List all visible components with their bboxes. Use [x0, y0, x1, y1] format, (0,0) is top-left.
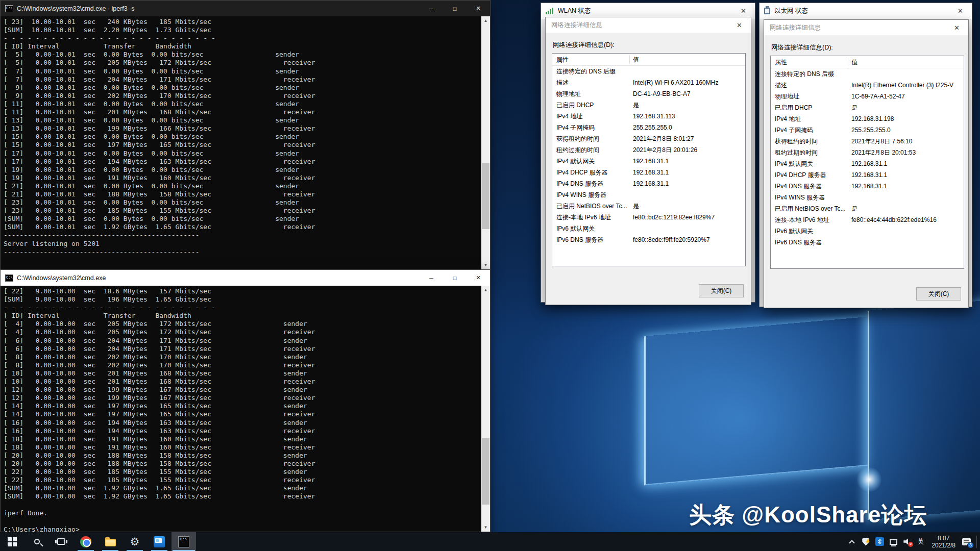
volume-muted-icon[interactable]: ✕ — [902, 532, 912, 551]
detail-row[interactable]: 已启用 NetBIOS over Tc...是 — [552, 201, 745, 212]
scroll-up-icon[interactable]: ▲ — [481, 16, 490, 25]
start-button[interactable] — [0, 532, 24, 551]
scroll-up-icon[interactable]: ▲ — [481, 286, 490, 294]
detail-row[interactable]: 租约过期的时间2021年2月8日 20:01:53 — [771, 147, 964, 158]
ime-indicator[interactable]: 英 — [916, 532, 925, 551]
title-bar[interactable]: 网络连接详细信息 ✕ — [764, 20, 968, 35]
close-button[interactable]: 关闭(C) — [916, 287, 961, 300]
search-button[interactable] — [24, 532, 49, 551]
maximize-button[interactable]: □ — [443, 270, 467, 286]
cmd-icon: C:\ — [5, 274, 13, 282]
network-details-table[interactable]: 属性 值 连接特定的 DNS 后缀描述Intel(R) Ethernet Con… — [770, 56, 964, 269]
value-cell: Intel(R) Wi-Fi 6 AX201 160MHz — [633, 77, 718, 88]
console-output[interactable]: [ 23] 10.00-10.01 sec 240 KBytes 185 Mbi… — [1, 16, 481, 269]
task-view-button[interactable] — [49, 532, 74, 551]
detail-row[interactable]: IPv6 默认网关 — [771, 226, 964, 237]
value-header[interactable]: 值 — [633, 54, 639, 66]
detail-row[interactable]: IPv4 子网掩码255.255.255.0 — [552, 122, 745, 133]
title-bar[interactable]: 以太网 状态 ✕ — [760, 3, 972, 19]
minimize-button[interactable]: ─ — [420, 1, 443, 16]
detail-row[interactable]: 获得租约的时间2021年2月8日 7:56:10 — [771, 136, 964, 147]
detail-row[interactable]: 连接特定的 DNS 后缀 — [771, 68, 964, 80]
property-header[interactable]: 属性 — [775, 56, 787, 68]
detail-row[interactable]: 连接-本地 IPv6 地址fe80::e4c4:44db:622f:ede1%1… — [771, 214, 964, 226]
warning-badge — [866, 539, 870, 543]
detail-row[interactable]: 租约过期的时间2021年2月8日 20:01:26 — [552, 144, 745, 156]
scrollbar[interactable]: ▲ ▼ — [481, 286, 490, 532]
wifi-signal-icon — [546, 8, 554, 14]
cmd-icon: C:\ — [5, 5, 13, 12]
title-bar[interactable]: 网络连接详细信息 ✕ — [546, 17, 751, 33]
table-header[interactable]: 属性 值 — [771, 56, 964, 68]
minimize-button[interactable]: ─ — [420, 270, 443, 286]
detail-row[interactable]: 获得租约的时间2021年2月8日 8:01:27 — [552, 133, 745, 144]
detail-row[interactable]: 连接-本地 IPv6 地址fe80::bd2c:1219:82ee:f829%7 — [552, 212, 745, 223]
scrollbar-thumb[interactable] — [482, 163, 489, 229]
taskbar-network-app-button[interactable] — [147, 532, 172, 551]
close-button[interactable]: ✕ — [467, 1, 490, 16]
detail-row[interactable]: IPv4 地址192.168.31.198 — [771, 113, 964, 124]
title-bar[interactable]: C:\ C:\Windows\system32\cmd.exe ─ □ ✕ — [1, 270, 490, 286]
detail-row[interactable]: 物理地址DC-41-A9-EB-BC-A7 — [552, 88, 745, 99]
detail-row[interactable]: IPv4 DHCP 服务器192.168.31.1 — [771, 169, 964, 181]
detail-row[interactable]: 描述Intel(R) Ethernet Controller (3) I225-… — [771, 80, 964, 91]
close-button[interactable]: ✕ — [467, 270, 490, 286]
window-title: 以太网 状态 — [774, 7, 949, 15]
taskbar-cmd-button[interactable]: C:\ — [172, 532, 196, 551]
detail-row[interactable]: IPv6 DNS 服务器fe80::8ede:f9ff:fe20:5920%7 — [552, 234, 745, 245]
detail-row[interactable]: IPv6 DNS 服务器 — [771, 237, 964, 248]
close-button[interactable]: 关闭(C) — [699, 284, 744, 297]
property-cell: IPv4 默认网关 — [775, 158, 813, 169]
detail-row[interactable]: IPv4 默认网关192.168.31.1 — [552, 156, 745, 167]
defender-shield-icon[interactable] — [861, 532, 870, 551]
detail-row[interactable]: IPv4 DNS 服务器192.168.31.1 — [771, 181, 964, 192]
close-icon[interactable]: ✕ — [949, 3, 972, 19]
scroll-down-icon[interactable]: ▼ — [481, 261, 490, 269]
title-bar[interactable]: C:\ C:\Windows\system32\cmd.exe - iperf3… — [1, 1, 490, 16]
scroll-down-icon[interactable]: ▼ — [481, 523, 490, 532]
tray-chevron-up-icon[interactable] — [847, 532, 856, 551]
detail-row[interactable]: IPv4 地址192.168.31.113 — [552, 111, 745, 122]
detail-row[interactable]: IPv4 DHCP 服务器192.168.31.1 — [552, 167, 745, 178]
value-cell: Intel(R) Ethernet Controller (3) I225-V — [851, 80, 953, 91]
taskbar-settings-button[interactable]: ⚙ — [122, 532, 147, 551]
detail-row[interactable]: IPv4 DNS 服务器192.168.31.1 — [552, 178, 745, 189]
detail-row[interactable]: 已启用 NetBIOS over Tc...是 — [771, 203, 964, 214]
scrollbar[interactable]: ▲ ▼ — [481, 16, 490, 269]
show-desktop-divider[interactable] — [976, 536, 977, 548]
close-icon[interactable]: ✕ — [728, 17, 751, 33]
detail-row[interactable]: IPv4 WINS 服务器 — [552, 189, 745, 201]
notification-center-button[interactable]: 3 — [962, 532, 971, 551]
close-icon[interactable]: ✕ — [945, 20, 968, 36]
property-cell: IPv4 默认网关 — [556, 156, 595, 167]
property-cell: 连接特定的 DNS 后缀 — [556, 66, 616, 77]
bluetooth-icon[interactable] — [875, 532, 884, 551]
value-cell: 2021年2月8日 8:01:27 — [633, 133, 694, 144]
network-details-table[interactable]: 属性 值 连接特定的 DNS 后缀描述Intel(R) Wi-Fi 6 AX20… — [552, 53, 746, 266]
search-icon — [34, 539, 40, 544]
value-cell: 是 — [851, 203, 857, 214]
value-header[interactable]: 值 — [851, 56, 857, 68]
scrollbar-thumb[interactable] — [482, 438, 489, 505]
detail-row[interactable]: IPv6 默认网关 — [552, 223, 745, 234]
detail-row[interactable]: 已启用 DHCP是 — [552, 99, 745, 111]
network-tray-icon[interactable] — [889, 532, 898, 551]
detail-row[interactable]: 物理地址1C-69-7A-A1-52-47 — [771, 91, 964, 102]
property-cell: 连接特定的 DNS 后缀 — [775, 68, 834, 80]
mute-badge: ✕ — [908, 542, 913, 547]
detail-row[interactable]: IPv4 子网掩码255.255.255.0 — [771, 124, 964, 136]
table-header[interactable]: 属性 值 — [552, 54, 745, 66]
detail-row[interactable]: 描述Intel(R) Wi-Fi 6 AX201 160MHz — [552, 77, 745, 88]
detail-row[interactable]: 连接特定的 DNS 后缀 — [552, 66, 745, 77]
taskbar-explorer-button[interactable] — [98, 532, 122, 551]
property-cell: 获得租约的时间 — [775, 136, 818, 147]
detail-row[interactable]: IPv4 WINS 服务器 — [771, 192, 964, 203]
console-output[interactable]: [ 22] 9.00-10.00 sec 18.6 MBytes 157 Mbi… — [1, 286, 481, 532]
property-header[interactable]: 属性 — [556, 54, 569, 66]
detail-row[interactable]: IPv4 默认网关192.168.31.1 — [771, 158, 964, 169]
maximize-button[interactable]: □ — [443, 1, 467, 16]
taskbar-clock[interactable]: 8:07 2021/2/8 — [930, 532, 957, 551]
taskbar-chrome-button[interactable] — [74, 532, 98, 551]
detail-row[interactable]: 已启用 DHCP是 — [771, 102, 964, 113]
notification-count-badge: 3 — [967, 542, 974, 548]
